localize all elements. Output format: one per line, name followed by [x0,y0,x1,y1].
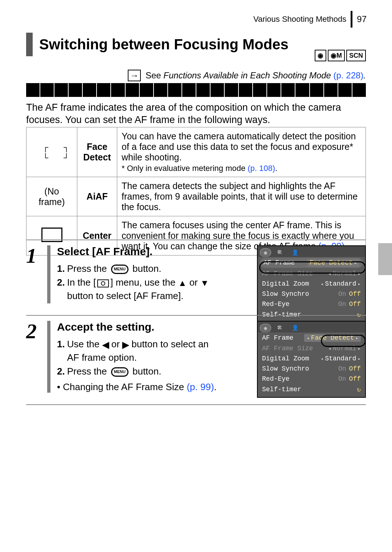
instruction-item: 2.In the [] menu, use the ▲ or ▼ button … [57,276,213,302]
lcd-tab-rec: ◉ [260,248,271,257]
step-instructions: 1.Press the MENU button.2.In the [] menu… [57,262,213,303]
step-bar [47,321,50,393]
breadcrumb: Various Shooting Methods [253,15,346,24]
mode-name: Face Detect [77,127,117,177]
mode-desc-cell: You can have the camera automatically de… [117,127,366,177]
lcd-row-value: OnOff [338,300,361,308]
arrow-icon: ▼ [200,278,209,288]
lcd-menu-row: AF FrameFace Detect [258,332,365,343]
lcd-tabs: ◉🛠👤 [258,322,365,332]
mode-badge: ◉ [315,50,326,61]
scene-mode-strip [26,82,366,98]
section-side-tab [378,243,392,275]
lcd-menu-row: Slow SynchroOnOff [258,289,365,299]
step-number: 1 [26,245,41,303]
page-number: 97 [357,14,367,24]
instruction-item: 1.Press the MENU button. [57,262,213,275]
lcd-menu-row: Self-timer↻ [258,384,365,395]
instruction-item: 2.Press the MENU button. [57,365,213,378]
lcd-tab-tools: 🛠 [273,324,286,332]
page-link[interactable]: (p. 99) [187,381,214,392]
instruction-item: 1.Use the ◀ or ▶ button to select an AF … [57,338,213,364]
lcd-row-value: Normal [328,345,361,352]
lcd-row-value: Normal [328,270,361,277]
step-content: Select [AF Frame].1.Press the MENU butto… [57,245,366,303]
see-label: See [146,70,161,80]
instruction-text: Press the MENU button. [67,262,162,275]
instruction-number: 1. [57,338,65,364]
menu-button-icon: MENU [111,367,128,377]
page-header: Various Shooting Methods 97 [253,11,367,28]
lcd-row-label: Slow Synchro [262,365,309,372]
lcd-tab-rec: ◉ [260,324,271,332]
mode-name: AiAF [77,177,117,216]
instruction-number: 2. [57,276,65,302]
lcd-tabs: ◉🛠👤 [258,246,365,257]
step-number: 2 [26,321,41,393]
mode-badge: SCN [346,50,366,61]
camera-lcd-preview: ◉🛠👤AF FrameFace DetectAF Frame SizeNorma… [257,245,366,323]
mode-desc: The camera detects the subject and highl… [117,177,366,216]
lcd-menu-row: Digital ZoomStandard [258,279,365,289]
mode-desc: You can have the camera automatically de… [122,131,356,162]
instruction-text: Press the MENU button. [67,365,162,378]
step-bar [47,245,50,303]
lcd-row-label: AF Frame [262,334,293,342]
lcd-row-value: Standard [320,355,361,362]
instruction-number: 2. [57,365,65,378]
lcd-tab-custom: 👤 [288,248,302,257]
instruction-text: In the [] menu, use the ▲ or ▼ button to… [67,276,213,302]
focus-mode-table: Face Detect You can have the camera auto… [26,127,366,255]
instruction-number: 1. [57,262,65,275]
heading-text: Switching between Focusing Modes [39,36,309,53]
intro-paragraph: The AF frame indicates the area of the c… [26,102,366,126]
lcd-row-value: Face Detect [307,259,359,267]
camera-lcd-preview: ◉🛠👤AF FrameFace DetectAF Frame SizeNorma… [257,321,366,398]
lcd-menu-row: Red-EyeOnOff [258,374,365,384]
reference-title: Functions Available in Each Shooting Mod… [163,70,331,80]
camera-menu-icon [97,279,109,287]
lcd-row-label: AF Frame [264,259,295,266]
lcd-row-value: ↻ [357,385,361,393]
step-content: Accept the setting.1.Use the ◀ or ▶ butt… [57,321,366,393]
lcd-row-label: Slow Synchro [262,290,309,298]
step: 2Accept the setting.1.Use the ◀ or ▶ but… [26,315,366,405]
mode-note: * Only in evaluative metering mode [122,164,248,173]
main-heading: Switching between Focusing Modes [26,33,309,56]
page-link[interactable]: (p. 108) [248,164,275,173]
lcd-tab-custom: 👤 [288,324,302,332]
arrow-icon: ▲ [178,278,187,288]
steps-container: 1Select [AF Frame].1.Press the MENU butt… [26,240,366,405]
lcd-row-value: Standard [320,280,361,287]
face-detect-icon [43,142,61,158]
lcd-row-label: AF Frame Size [262,345,313,352]
lcd-row-label: Red-Eye [262,300,290,308]
lcd-row-label: Red-Eye [262,375,290,383]
lcd-menu-row: Digital ZoomStandard [258,353,365,364]
arrow-icon: ▶ [122,340,129,349]
mode-icon-cell: (No frame) [26,177,77,216]
arrow-icon: ◀ [102,340,109,349]
lcd-menu-row: AF Frame SizeNormal [258,269,365,279]
menu-button-icon: MENU [111,265,128,274]
lcd-row-label: Digital Zoom [262,355,309,362]
lcd-row-label: AF Frame Size [262,270,313,277]
header-divider [351,11,352,28]
lcd-row-label: Self-timer [262,386,301,393]
mode-icon-cell [26,127,77,177]
lcd-row-value: OnOff [338,290,361,298]
lcd-menu-row: AF Frame SizeNormal [258,343,365,353]
reference-page-link[interactable]: (p. 228) [334,70,364,80]
lcd-row-label: Digital Zoom [262,280,309,287]
mode-badge-row: ◉ ◉M SCN [315,50,366,61]
lcd-menu-row: Slow SynchroOnOff [258,364,365,374]
lcd-row-value: Face Detect [304,334,361,342]
lcd-menu-row: AF FrameFace Detect [260,258,363,268]
cross-reference: → See Functions Available in Each Shooti… [109,70,366,81]
step-instructions: 1.Use the ◀ or ▶ button to select an AF … [57,338,213,378]
lcd-row-value: OnOff [338,375,361,383]
lcd-tab-tools: 🛠 [273,248,286,257]
lcd-menu-row: Red-EyeOnOff [258,299,365,309]
mode-badge: ◉M [328,50,345,61]
step: 1Select [AF Frame].1.Press the MENU butt… [26,240,366,315]
